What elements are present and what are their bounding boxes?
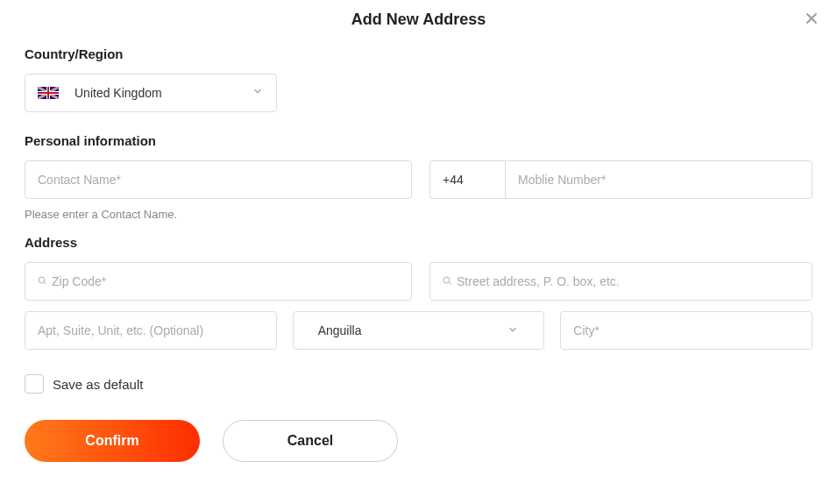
uk-flag-icon [38,87,59,99]
country-select[interactable]: United Kingdom [25,74,277,112]
phone-prefix[interactable]: +44 [429,160,505,199]
search-icon [442,273,452,289]
city-input[interactable] [560,311,812,350]
modal-title: Add New Address [25,11,812,29]
contact-name-helper: Please enter a Contact Name. [25,208,812,221]
close-icon [802,9,821,28]
personal-section-label: Personal information [25,133,812,148]
apt-input[interactable] [25,311,277,350]
chevron-down-icon [252,85,264,101]
state-selected-label: Anguilla [318,323,362,337]
cancel-button[interactable]: Cancel [223,420,398,462]
address-section-label: Address [25,235,812,250]
street-address-input[interactable] [429,262,812,301]
save-default-checkbox[interactable] [25,374,44,394]
mobile-number-input[interactable] [505,160,812,199]
contact-name-input[interactable] [25,160,412,199]
country-section-label: Country/Region [25,46,812,61]
chevron-down-icon [507,323,519,338]
svg-point-1 [39,277,45,283]
save-default-label: Save as default [53,377,143,392]
state-select[interactable]: Anguilla [293,311,545,350]
search-icon [37,273,47,289]
svg-point-2 [443,277,450,283]
country-selected-label: United Kingdom [74,86,252,100]
zip-code-input[interactable] [25,262,412,301]
close-button[interactable] [802,9,821,32]
confirm-button[interactable]: Confirm [25,420,200,462]
